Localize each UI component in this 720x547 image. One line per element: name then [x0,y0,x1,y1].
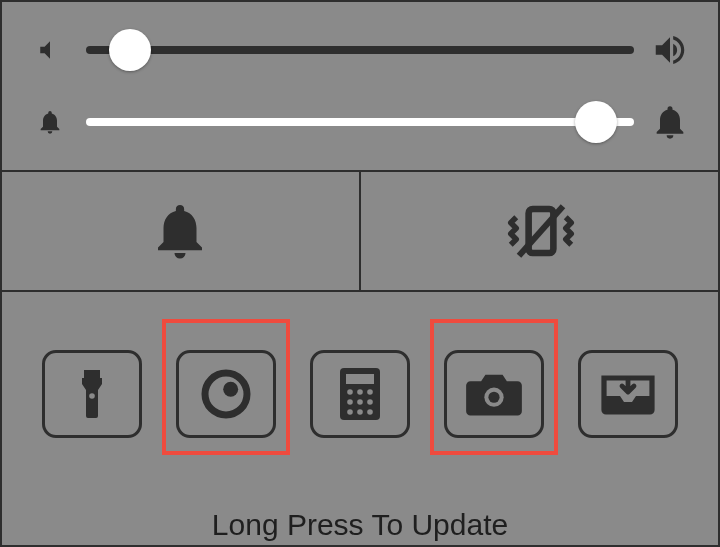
calculator-icon [337,366,383,422]
shortcut-timer [174,342,278,446]
notification-slider-row [30,92,690,152]
inbox-download-icon [600,371,656,417]
svg-point-13 [367,399,373,405]
timer-button[interactable] [176,350,276,438]
flashlight-button[interactable] [42,350,142,438]
shortcut-camera [442,342,546,446]
vibrate-off-icon [502,198,580,264]
notification-slider[interactable] [86,118,634,126]
bell-icon [147,198,213,264]
flashlight-icon [68,365,116,423]
svg-point-12 [357,399,363,405]
downloads-button[interactable] [578,350,678,438]
ring-mode-button[interactable] [0,172,359,290]
shortcuts-row [0,292,720,456]
svg-point-10 [367,389,373,395]
volume-slider-thumb[interactable] [109,29,151,71]
vibrate-mode-button[interactable] [359,172,720,290]
volume-slider[interactable] [86,46,634,54]
shortcut-downloads [576,342,680,446]
shortcut-calculator [308,342,412,446]
shortcut-flashlight [40,342,144,446]
svg-rect-2 [84,370,100,378]
svg-point-11 [347,399,353,405]
svg-point-15 [357,409,363,415]
svg-point-9 [357,389,363,395]
svg-point-14 [347,409,353,415]
volume-low-icon [30,30,70,70]
volume-slider-row [30,20,690,80]
calculator-button[interactable] [310,350,410,438]
svg-point-8 [347,389,353,395]
mode-buttons-row [0,172,720,292]
bell-large-icon [650,102,690,142]
svg-point-18 [488,392,499,403]
bell-small-icon [30,102,70,142]
volume-high-icon [650,30,690,70]
camera-button[interactable] [444,350,544,438]
svg-rect-7 [346,374,374,384]
sliders-section [0,0,720,172]
notification-slider-thumb[interactable] [575,101,617,143]
timer-icon [198,366,254,422]
svg-point-5 [223,382,238,397]
footer-hint-text: Long Press To Update [0,508,720,542]
svg-point-3 [89,393,95,399]
camera-icon [464,370,524,418]
svg-point-16 [367,409,373,415]
